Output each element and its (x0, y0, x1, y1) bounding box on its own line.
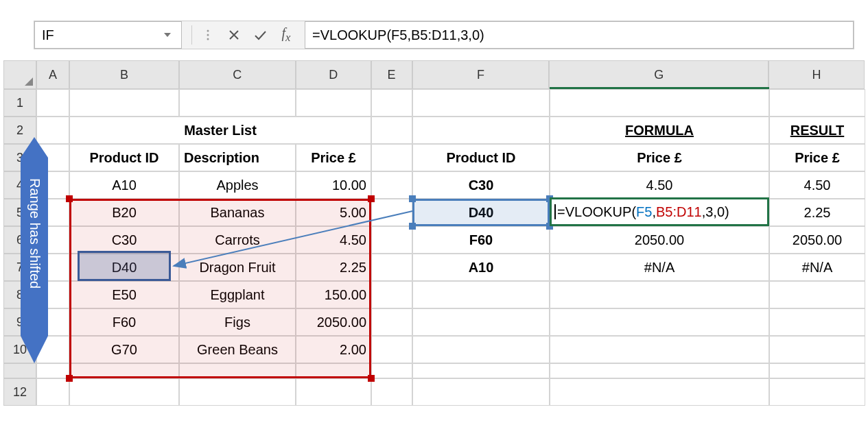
cell-C4[interactable]: Apples (179, 171, 296, 199)
cell-F8[interactable] (412, 281, 550, 308)
cell-D3[interactable]: Price £ (296, 144, 371, 171)
col-header-A[interactable]: A (36, 60, 69, 89)
cell-G9[interactable] (550, 308, 769, 336)
cell-G6[interactable]: 2050.00 (550, 226, 769, 254)
cell-F11[interactable] (412, 363, 550, 378)
row-header-1[interactable]: 1 (3, 89, 36, 117)
cell-F1[interactable] (412, 89, 550, 117)
row-header-5[interactable]: 5 (3, 199, 36, 226)
cell-H6[interactable]: 2050.00 (769, 226, 865, 254)
cell-B9[interactable]: F60 (69, 308, 179, 336)
cell-A11[interactable] (36, 363, 69, 378)
cell-C10[interactable]: Green Beans (179, 336, 296, 363)
cell-G4[interactable]: 4.50 (550, 171, 769, 199)
cell-A9[interactable] (36, 308, 69, 336)
cell-G3[interactable]: Price £ (550, 144, 769, 171)
cell-B2-merged[interactable]: Master List (69, 117, 371, 144)
cell-D4[interactable]: 10.00 (296, 171, 371, 199)
row-header-7[interactable]: 7 (3, 254, 36, 281)
row-header-3[interactable]: 3 (3, 144, 36, 171)
cell-A1[interactable] (36, 89, 69, 117)
cancel-button[interactable] (221, 21, 247, 49)
insert-function-button[interactable]: fx (273, 21, 299, 49)
cell-B10[interactable]: G70 (69, 336, 179, 363)
cell-H10[interactable] (769, 336, 865, 363)
cell-F3[interactable]: Product ID (412, 144, 550, 171)
select-all-button[interactable] (3, 60, 36, 89)
col-header-D[interactable]: D (296, 60, 371, 89)
cell-C12[interactable] (179, 378, 296, 406)
cell-E10[interactable] (371, 336, 412, 363)
cell-C6[interactable]: Carrots (179, 226, 296, 254)
cell-D10[interactable]: 2.00 (296, 336, 371, 363)
cells[interactable]: Master List FORMULA RESULT Product ID De… (36, 89, 865, 424)
name-box[interactable]: IF (34, 21, 182, 49)
cell-D7[interactable]: 2.25 (296, 254, 371, 281)
blue-handle-br[interactable] (546, 223, 553, 230)
cell-E1[interactable] (371, 89, 412, 117)
cell-B11[interactable] (69, 363, 179, 378)
col-header-F[interactable]: F (412, 60, 550, 89)
cell-A2[interactable] (36, 117, 69, 144)
cell-B6[interactable]: C30 (69, 226, 179, 254)
cell-E12[interactable] (371, 378, 412, 406)
col-header-G[interactable]: G (549, 60, 769, 89)
cell-H3[interactable]: Price £ (769, 144, 865, 171)
cell-G11[interactable] (550, 363, 769, 378)
cell-G2[interactable]: FORMULA (550, 117, 769, 144)
cell-B8[interactable]: E50 (69, 281, 179, 308)
cell-C7[interactable]: Dragon Fruit (179, 254, 296, 281)
cell-E3[interactable] (371, 144, 412, 171)
cell-H8[interactable] (769, 281, 865, 308)
row-header-2[interactable]: 2 (3, 117, 36, 144)
row-header-9[interactable]: 9 (3, 308, 36, 336)
cell-C5[interactable]: Bananas (179, 199, 296, 226)
fb-expand-button[interactable] (195, 21, 221, 49)
row-header-12[interactable]: 12 (3, 378, 36, 406)
cell-F12[interactable] (412, 378, 550, 406)
cell-D9[interactable]: 2050.00 (296, 308, 371, 336)
cell-B5[interactable]: B20 (69, 199, 179, 226)
cell-F6[interactable]: F60 (412, 226, 550, 254)
cell-C1[interactable] (179, 89, 296, 117)
cell-F4[interactable]: C30 (412, 171, 550, 199)
cell-A5[interactable] (36, 199, 69, 226)
cell-A10[interactable] (36, 336, 69, 363)
cell-G8[interactable] (550, 281, 769, 308)
cell-H12[interactable] (769, 378, 865, 406)
cell-D8[interactable]: 150.00 (296, 281, 371, 308)
cell-A7[interactable] (36, 254, 69, 281)
formula-input[interactable]: =VLOOKUP(F5,B5:D11,3,0) (305, 21, 854, 49)
cell-E5[interactable] (371, 199, 412, 226)
cell-A3[interactable] (36, 144, 69, 171)
cell-C3[interactable]: Description (179, 144, 296, 171)
cell-B7[interactable]: D40 (69, 254, 179, 281)
cell-G12[interactable] (550, 378, 769, 406)
cell-H7[interactable]: #N/A (769, 254, 865, 281)
red-handle-tr[interactable] (368, 195, 375, 202)
cell-E2[interactable] (371, 117, 412, 144)
row-header-8[interactable]: 8 (3, 281, 36, 308)
cell-D1[interactable] (296, 89, 371, 117)
cell-E4[interactable] (371, 171, 412, 199)
col-header-H[interactable]: H (769, 60, 865, 89)
red-handle-bl[interactable] (66, 375, 73, 382)
cell-E7[interactable] (371, 254, 412, 281)
cell-H11[interactable] (769, 363, 865, 378)
col-header-E[interactable]: E (371, 60, 412, 89)
cell-C11[interactable] (179, 363, 296, 378)
row-header-6[interactable]: 6 (3, 226, 36, 254)
cell-B1[interactable] (69, 89, 179, 117)
cell-E9[interactable] (371, 308, 412, 336)
cell-F9[interactable] (412, 308, 550, 336)
cell-H2[interactable]: RESULT (769, 117, 865, 144)
cell-A12[interactable] (36, 378, 69, 406)
cell-D5[interactable]: 5.00 (296, 199, 371, 226)
cell-H9[interactable] (769, 308, 865, 336)
cell-G7[interactable]: #N/A (550, 254, 769, 281)
cell-H1[interactable] (769, 89, 865, 117)
cell-G10[interactable] (550, 336, 769, 363)
cell-A8[interactable] (36, 281, 69, 308)
cell-F10[interactable] (412, 336, 550, 363)
cell-H5[interactable]: 2.25 (769, 199, 865, 226)
